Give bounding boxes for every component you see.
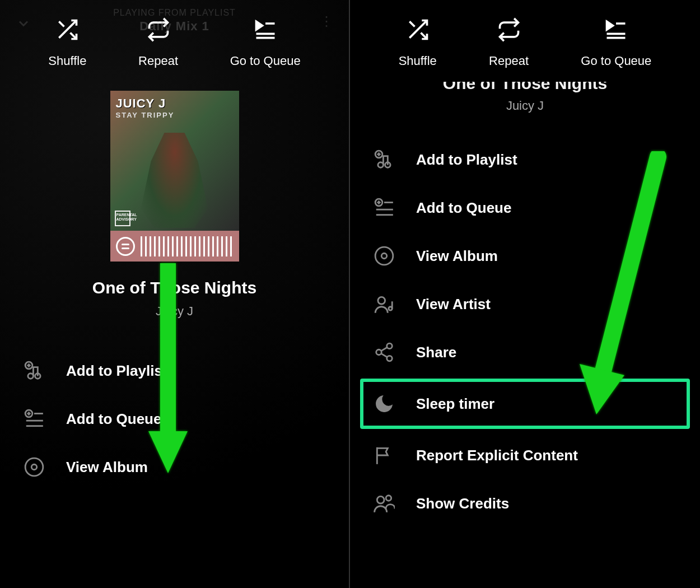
queue-button[interactable]: Go to Queue <box>581 17 651 68</box>
queue-label: Go to Queue <box>581 54 651 68</box>
album-subtitle: STAY TRIPPY <box>116 111 175 119</box>
repeat-label: Repeat <box>489 54 529 68</box>
shuffle-label: Shuffle <box>48 54 86 68</box>
svg-point-40 <box>387 356 393 361</box>
menu-sleep-timer[interactable]: Sleep timer <box>360 379 690 429</box>
menu-label: Share <box>416 344 456 361</box>
menu-label: Sleep timer <box>416 395 494 413</box>
menu-share[interactable]: Share <box>350 328 700 376</box>
album-block: JUICY J STAY TRIPPY PARENTAL ADVISORY <box>110 91 239 262</box>
spotify-code[interactable] <box>110 231 239 262</box>
context-menu: Add to Playlist Add to Queue View Album <box>0 347 349 491</box>
menu-view-album[interactable]: View Album <box>0 443 349 491</box>
menu-add-playlist[interactable]: Add to Playlist <box>350 136 700 184</box>
add-playlist-icon <box>22 359 46 382</box>
menu-label: Add to Queue <box>416 199 511 217</box>
credits-icon <box>372 492 396 515</box>
svg-line-41 <box>381 347 388 351</box>
album-figure <box>141 133 208 228</box>
spotify-code-bars <box>141 236 234 256</box>
spotify-logo-icon <box>116 237 135 256</box>
svg-point-36 <box>378 297 385 304</box>
menu-add-queue[interactable]: Add to Queue <box>350 184 700 232</box>
repeat-button[interactable]: Repeat <box>489 17 529 68</box>
moon-icon <box>372 392 396 416</box>
svg-point-43 <box>377 496 384 503</box>
svg-point-7 <box>28 374 33 379</box>
menu-label: View Album <box>416 248 498 265</box>
album-icon <box>372 244 396 268</box>
artist-icon <box>372 292 396 316</box>
svg-point-16 <box>31 464 37 470</box>
menu-label: View Album <box>66 459 148 476</box>
context-line1: PLAYING FROM PLAYLIST <box>0 8 349 18</box>
artist-name: Juicy J <box>350 99 700 113</box>
svg-point-38 <box>387 343 393 349</box>
menu-label: Add to Queue <box>66 410 161 428</box>
track-title: One of Those Nights <box>0 278 349 297</box>
menu-report-explicit[interactable]: Report Explicit Content <box>350 431 700 479</box>
svg-point-15 <box>25 458 43 476</box>
share-icon <box>372 340 396 364</box>
track-title: One of Those Nights <box>350 74 700 93</box>
menu-view-artist[interactable]: View Artist <box>350 280 700 328</box>
repeat-label: Repeat <box>138 54 178 68</box>
shuffle-icon <box>405 17 431 43</box>
svg-point-39 <box>376 349 382 355</box>
menu-label: Add to Playlist <box>416 151 517 169</box>
playback-toolbar: Shuffle Repeat Go to Queue <box>350 0 700 68</box>
queue-icon <box>603 17 629 43</box>
svg-point-34 <box>375 247 393 265</box>
parental-advisory-icon: PARENTAL ADVISORY <box>115 211 130 226</box>
add-queue-icon <box>22 407 46 431</box>
context-header: PLAYING FROM PLAYLIST Daily Mix 1 <box>0 8 349 34</box>
menu-show-credits[interactable]: Show Credits <box>350 479 700 528</box>
menu-label: Report Explicit Content <box>416 447 578 464</box>
menu-label: View Artist <box>416 296 491 313</box>
artist-name: Juicy J <box>0 304 349 319</box>
menu-label: Add to Playlist <box>66 362 167 380</box>
track-header: One of Those Nights Juicy J <box>350 76 700 113</box>
add-queue-icon <box>372 196 396 220</box>
repeat-icon <box>496 17 522 43</box>
flag-icon <box>372 444 396 467</box>
add-playlist-icon <box>372 148 396 171</box>
svg-line-42 <box>381 353 388 357</box>
svg-point-44 <box>386 496 391 501</box>
menu-add-playlist[interactable]: Add to Playlist <box>0 347 349 395</box>
menu-view-album[interactable]: View Album <box>350 232 700 280</box>
screenshot-left: ⋮ PLAYING FROM PLAYLIST Daily Mix 1 Shuf… <box>0 0 350 588</box>
queue-label: Go to Queue <box>230 54 301 68</box>
shuffle-label: Shuffle <box>399 54 437 68</box>
album-logo: JUICY J <box>116 96 166 111</box>
shuffle-button[interactable]: Shuffle <box>399 17 437 68</box>
svg-marker-19 <box>607 21 613 30</box>
svg-point-35 <box>381 253 387 259</box>
album-art[interactable]: JUICY J STAY TRIPPY PARENTAL ADVISORY <box>110 91 239 231</box>
menu-add-queue[interactable]: Add to Queue <box>0 395 349 443</box>
screenshot-right: Shuffle Repeat Go to Queue One of Those … <box>350 0 700 588</box>
album-icon <box>22 455 46 479</box>
context-menu: Add to Playlist Add to Queue View Album … <box>350 136 700 528</box>
menu-label: Show Credits <box>416 495 509 512</box>
context-line2: Daily Mix 1 <box>0 19 349 34</box>
